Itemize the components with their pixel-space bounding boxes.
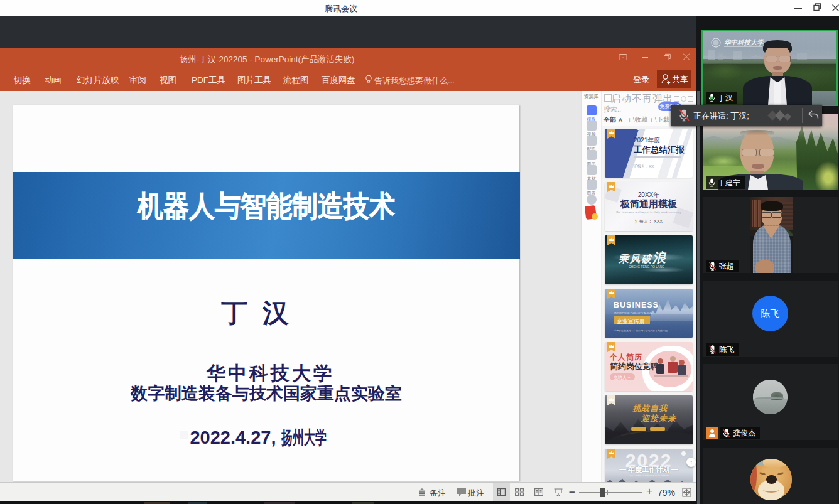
- svg-text:华中科技大学: 华中科技大学: [724, 39, 765, 46]
